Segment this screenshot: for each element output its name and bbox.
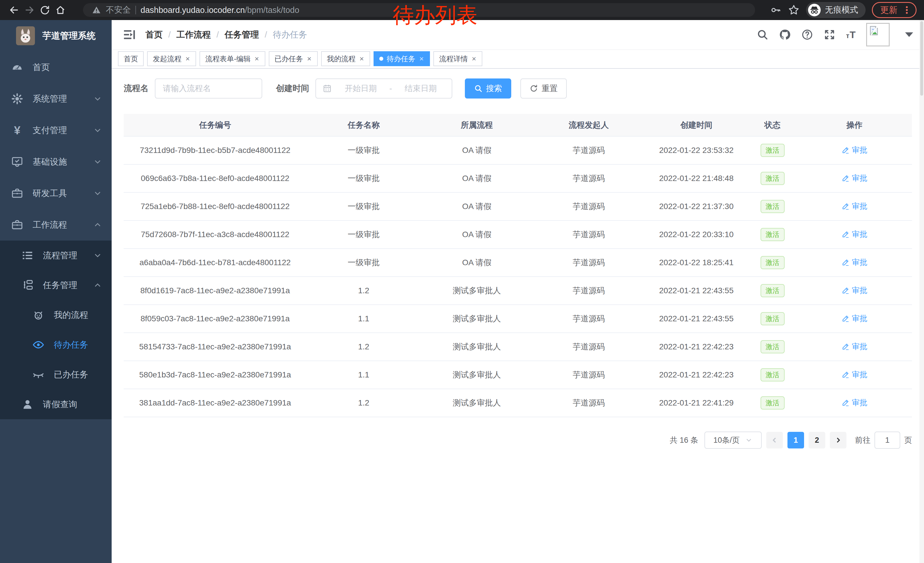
sidebar-item-payment[interactable]: ¥支付管理: [0, 114, 112, 146]
monitor-icon: [11, 156, 24, 168]
refresh-icon[interactable]: [38, 3, 51, 17]
process-name-input[interactable]: [155, 78, 262, 99]
task-id-cell: 069c6a63-7b8a-11ec-8ef0-acde48001122: [124, 164, 307, 192]
tab-我的流程[interactable]: 我的流程×: [321, 51, 370, 66]
home-icon[interactable]: [54, 3, 67, 17]
tab-发起流程[interactable]: 发起流程×: [147, 51, 196, 66]
page-scrollbar[interactable]: [920, 20, 924, 563]
sidebar-item-devtools[interactable]: 研发工具: [0, 177, 112, 209]
column-header: 状态: [748, 114, 797, 136]
approve-button[interactable]: 审批: [842, 341, 867, 352]
search-button[interactable]: 搜索: [465, 78, 511, 99]
approve-button[interactable]: 审批: [842, 173, 867, 183]
goto-page-input[interactable]: [874, 432, 900, 449]
tab-已办任务[interactable]: 已办任务×: [269, 51, 318, 66]
action-cell: 审批: [797, 305, 912, 333]
edit-icon: [842, 258, 850, 266]
sidebar-item-leave-query[interactable]: 请假查询: [0, 389, 112, 419]
approve-button[interactable]: 审批: [842, 285, 867, 296]
sidebar-item-done-task[interactable]: 已办任务: [0, 360, 112, 389]
tab-close-icon[interactable]: ×: [254, 55, 260, 62]
tab-待办任务[interactable]: 待办任务×: [374, 51, 430, 66]
sidebar-toggle-icon[interactable]: [123, 28, 136, 42]
reset-button[interactable]: 重置: [520, 78, 567, 99]
breadcrumb-item[interactable]: 任务管理: [225, 29, 259, 41]
tab-label: 发起流程: [153, 54, 182, 63]
sidebar-item-infra[interactable]: 基础设施: [0, 146, 112, 177]
table-row: 73211d9d-7b9b-11ec-b5b7-acde48001122一级审批…: [124, 136, 912, 164]
task-id-cell: 580e1b3d-7ac8-11ec-a9e2-a2380e71991a: [124, 361, 307, 389]
status-cell: 激活: [748, 221, 797, 249]
approve-button[interactable]: 审批: [842, 257, 867, 267]
approve-button[interactable]: 审批: [842, 145, 867, 155]
page-size-select[interactable]: 10条/页: [705, 432, 762, 449]
tab-流程详情[interactable]: 流程详情×: [434, 51, 482, 66]
sidebar-item-system[interactable]: 系统管理: [0, 83, 112, 114]
sidebar-item-process-mgmt[interactable]: 流程管理: [0, 240, 112, 270]
key-icon[interactable]: [770, 4, 782, 16]
approve-button[interactable]: 审批: [842, 229, 867, 239]
url-bar[interactable]: 不安全 dashboard.yudao.iocoder.cn/bpm/task/…: [83, 3, 755, 17]
not-secure-warning-icon[interactable]: [92, 5, 101, 15]
page-numbers: 12: [788, 432, 825, 449]
process-cell: 测试多审批人: [421, 389, 533, 417]
approve-button[interactable]: 审批: [842, 313, 867, 324]
security-label[interactable]: 不安全: [106, 4, 131, 16]
active-tab-dot: [379, 57, 383, 61]
next-page-button[interactable]: [830, 432, 846, 449]
edit-icon: [842, 146, 850, 154]
breadcrumb-item[interactable]: 首页: [146, 29, 163, 41]
prev-page-button[interactable]: [766, 432, 783, 449]
more-vert-icon[interactable]: [902, 5, 912, 15]
search-icon[interactable]: [756, 29, 769, 41]
tab-close-icon[interactable]: ×: [307, 55, 312, 62]
bookmark-star-icon[interactable]: [788, 4, 800, 16]
sidebar-item-todo-task[interactable]: 待办任务: [0, 330, 112, 360]
approve-button[interactable]: 审批: [842, 398, 867, 408]
page-number-2[interactable]: 2: [808, 432, 825, 449]
forward-icon[interactable]: [23, 3, 36, 17]
incognito-icon: [808, 3, 821, 17]
sidebar-item-workflow[interactable]: 工作流程: [0, 209, 112, 240]
chev-down-icon: [93, 251, 102, 260]
back-icon[interactable]: [8, 3, 21, 17]
breadcrumb-item[interactable]: 工作流程: [176, 29, 211, 41]
search-button-label: 搜索: [486, 83, 502, 94]
chev-up-icon: [93, 280, 102, 290]
fullscreen-icon[interactable]: [824, 29, 836, 41]
column-header: 任务编号: [124, 114, 307, 136]
task-name-cell: 1.2: [307, 277, 421, 305]
incognito-label: 无痕模式: [825, 4, 858, 16]
help-icon[interactable]: [801, 29, 813, 41]
tab-首页[interactable]: 首页: [118, 51, 144, 66]
tab-流程表单-编辑[interactable]: 流程表单-编辑×: [200, 51, 266, 66]
github-icon[interactable]: [779, 29, 791, 41]
table-row: 8f0d1619-7ac8-11ec-a9e2-a2380e71991a1.2测…: [124, 277, 912, 305]
status-cell: 激活: [748, 305, 797, 333]
update-button[interactable]: 更新: [872, 2, 916, 18]
scrollbar-thumb[interactable]: [920, 21, 923, 96]
app-logo[interactable]: 芋道管理系统: [0, 20, 112, 51]
font-size-icon[interactable]: тT: [846, 29, 856, 41]
tab-close-icon[interactable]: ×: [419, 55, 424, 62]
tab-close-icon[interactable]: ×: [359, 55, 364, 62]
chev-down-icon: [93, 188, 102, 198]
tab-close-icon[interactable]: ×: [185, 55, 190, 62]
date-range-picker[interactable]: 开始日期 - 结束日期: [315, 78, 452, 99]
sidebar-item-home[interactable]: 首页: [0, 51, 112, 83]
approve-button[interactable]: 审批: [842, 369, 867, 380]
create-time-cell: 2022-01-22 20:33:10: [645, 221, 748, 249]
sidebar-item-my-process[interactable]: 我的流程: [0, 300, 112, 330]
starter-cell: 芋道源码: [533, 361, 645, 389]
avatar[interactable]: [866, 23, 890, 47]
avatar-dropdown-icon[interactable]: [905, 32, 913, 37]
status-badge: 激活: [760, 312, 784, 325]
url-text[interactable]: dashboard.yudao.iocoder.cn/bpm/task/todo: [141, 6, 299, 15]
approve-button[interactable]: 审批: [842, 201, 867, 211]
tab-close-icon[interactable]: ×: [471, 55, 477, 62]
sidebar-item-task-mgmt[interactable]: 任务管理: [0, 270, 112, 300]
starter-cell: 芋道源码: [533, 221, 645, 249]
page-number-1[interactable]: 1: [788, 432, 804, 449]
chev-down-icon: [93, 157, 102, 167]
table-body: 73211d9d-7b9b-11ec-b5b7-acde48001122一级审批…: [124, 136, 912, 417]
